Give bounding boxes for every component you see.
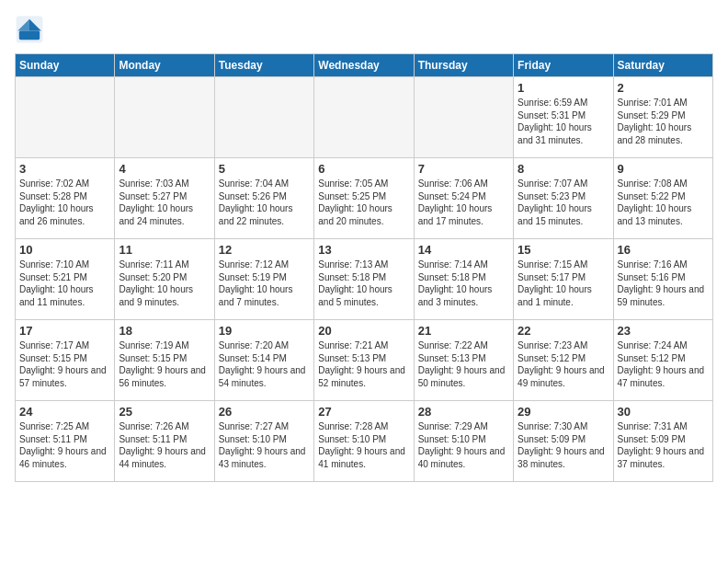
cell-info: Sunrise: 7:21 AMSunset: 5:13 PMDaylight:…: [318, 339, 409, 389]
calendar-week-3: 17Sunrise: 7:17 AMSunset: 5:15 PMDayligh…: [16, 320, 713, 401]
calendar-table: SundayMondayTuesdayWednesdayThursdayFrid…: [15, 53, 713, 482]
day-number: 8: [518, 162, 609, 176]
column-header-friday: Friday: [514, 54, 613, 77]
calendar-cell: 30Sunrise: 7:31 AMSunset: 5:09 PMDayligh…: [613, 401, 712, 482]
cell-info: Sunrise: 7:16 AMSunset: 5:16 PMDaylight:…: [618, 259, 709, 308]
cell-info: Sunrise: 7:29 AMSunset: 5:10 PMDaylight:…: [418, 420, 509, 470]
calendar-cell: 28Sunrise: 7:29 AMSunset: 5:10 PMDayligh…: [414, 401, 513, 482]
cell-info: Sunrise: 7:13 AMSunset: 5:18 PMDaylight:…: [318, 259, 409, 308]
calendar-cell: 27Sunrise: 7:28 AMSunset: 5:10 PMDayligh…: [314, 401, 414, 482]
day-number: 28: [418, 405, 509, 419]
calendar-week-0: 1Sunrise: 6:59 AMSunset: 5:31 PMDaylight…: [16, 77, 713, 158]
cell-info: Sunrise: 6:59 AMSunset: 5:31 PMDaylight:…: [518, 97, 609, 146]
calendar-cell: 26Sunrise: 7:27 AMSunset: 5:10 PMDayligh…: [214, 401, 313, 482]
day-number: 13: [318, 243, 409, 257]
column-header-monday: Monday: [115, 54, 214, 77]
calendar-cell: 20Sunrise: 7:21 AMSunset: 5:13 PMDayligh…: [314, 320, 414, 401]
calendar-cell: 3Sunrise: 7:02 AMSunset: 5:28 PMDaylight…: [16, 158, 115, 239]
calendar-cell: 18Sunrise: 7:19 AMSunset: 5:15 PMDayligh…: [115, 320, 214, 401]
calendar-cell: [16, 77, 115, 158]
cell-info: Sunrise: 7:20 AMSunset: 5:14 PMDaylight:…: [219, 339, 310, 389]
calendar-cell: [214, 77, 313, 158]
calendar-cell: 4Sunrise: 7:03 AMSunset: 5:27 PMDaylight…: [115, 158, 214, 239]
calendar-cell: 17Sunrise: 7:17 AMSunset: 5:15 PMDayligh…: [16, 320, 115, 401]
day-number: 17: [19, 324, 110, 338]
calendar-cell: 22Sunrise: 7:23 AMSunset: 5:12 PMDayligh…: [514, 320, 613, 401]
day-number: 21: [418, 324, 509, 338]
calendar-cell: 16Sunrise: 7:16 AMSunset: 5:16 PMDayligh…: [613, 239, 712, 320]
calendar-cell: 21Sunrise: 7:22 AMSunset: 5:13 PMDayligh…: [414, 320, 513, 401]
calendar-week-2: 10Sunrise: 7:10 AMSunset: 5:21 PMDayligh…: [16, 239, 713, 320]
day-number: 25: [119, 405, 210, 419]
calendar-cell: 10Sunrise: 7:10 AMSunset: 5:21 PMDayligh…: [16, 239, 115, 320]
day-number: 16: [618, 243, 709, 257]
column-header-sunday: Sunday: [16, 54, 115, 77]
column-header-wednesday: Wednesday: [314, 54, 414, 77]
day-number: 23: [618, 324, 709, 338]
cell-info: Sunrise: 7:03 AMSunset: 5:27 PMDaylight:…: [119, 178, 210, 227]
day-number: 22: [518, 324, 609, 338]
calendar-cell: 6Sunrise: 7:05 AMSunset: 5:25 PMDaylight…: [314, 158, 414, 239]
calendar-cell: 15Sunrise: 7:15 AMSunset: 5:17 PMDayligh…: [514, 239, 613, 320]
calendar-cell: 24Sunrise: 7:25 AMSunset: 5:11 PMDayligh…: [16, 401, 115, 482]
logo-icon: [15, 15, 44, 44]
cell-info: Sunrise: 7:30 AMSunset: 5:09 PMDaylight:…: [518, 420, 609, 470]
cell-info: Sunrise: 7:27 AMSunset: 5:10 PMDaylight:…: [219, 420, 310, 470]
cell-info: Sunrise: 7:14 AMSunset: 5:18 PMDaylight:…: [418, 259, 509, 308]
logo: [15, 15, 48, 44]
cell-info: Sunrise: 7:05 AMSunset: 5:25 PMDaylight:…: [318, 178, 409, 227]
cell-info: Sunrise: 7:19 AMSunset: 5:15 PMDaylight:…: [119, 339, 210, 389]
calendar-cell: 13Sunrise: 7:13 AMSunset: 5:18 PMDayligh…: [314, 239, 414, 320]
day-number: 27: [318, 405, 409, 419]
day-number: 11: [119, 243, 210, 257]
cell-info: Sunrise: 7:23 AMSunset: 5:12 PMDaylight:…: [518, 339, 609, 389]
cell-info: Sunrise: 7:10 AMSunset: 5:21 PMDaylight:…: [19, 259, 110, 308]
day-number: 20: [318, 324, 409, 338]
calendar-week-1: 3Sunrise: 7:02 AMSunset: 5:28 PMDaylight…: [16, 158, 713, 239]
day-number: 30: [618, 405, 709, 419]
calendar-header-row: SundayMondayTuesdayWednesdayThursdayFrid…: [16, 54, 713, 77]
cell-info: Sunrise: 7:24 AMSunset: 5:12 PMDaylight:…: [618, 339, 709, 389]
cell-info: Sunrise: 7:22 AMSunset: 5:13 PMDaylight:…: [418, 339, 509, 389]
day-number: 19: [219, 324, 310, 338]
day-number: 7: [418, 162, 509, 176]
cell-info: Sunrise: 7:31 AMSunset: 5:09 PMDaylight:…: [618, 420, 709, 470]
day-number: 12: [219, 243, 310, 257]
cell-info: Sunrise: 7:28 AMSunset: 5:10 PMDaylight:…: [318, 420, 409, 470]
calendar-cell: 12Sunrise: 7:12 AMSunset: 5:19 PMDayligh…: [214, 239, 313, 320]
column-header-thursday: Thursday: [414, 54, 513, 77]
page-header: [15, 15, 713, 44]
calendar-cell: 29Sunrise: 7:30 AMSunset: 5:09 PMDayligh…: [514, 401, 613, 482]
calendar-cell: 19Sunrise: 7:20 AMSunset: 5:14 PMDayligh…: [214, 320, 313, 401]
day-number: 1: [518, 81, 609, 95]
calendar-cell: 8Sunrise: 7:07 AMSunset: 5:23 PMDaylight…: [514, 158, 613, 239]
calendar-cell: 11Sunrise: 7:11 AMSunset: 5:20 PMDayligh…: [115, 239, 214, 320]
calendar-cell: 2Sunrise: 7:01 AMSunset: 5:29 PMDaylight…: [613, 77, 712, 158]
day-number: 29: [518, 405, 609, 419]
day-number: 4: [119, 162, 210, 176]
svg-rect-3: [19, 31, 40, 40]
calendar-cell: 25Sunrise: 7:26 AMSunset: 5:11 PMDayligh…: [115, 401, 214, 482]
column-header-tuesday: Tuesday: [214, 54, 313, 77]
calendar-cell: 7Sunrise: 7:06 AMSunset: 5:24 PMDaylight…: [414, 158, 513, 239]
calendar-cell: 9Sunrise: 7:08 AMSunset: 5:22 PMDaylight…: [613, 158, 712, 239]
day-number: 15: [518, 243, 609, 257]
cell-info: Sunrise: 7:07 AMSunset: 5:23 PMDaylight:…: [518, 178, 609, 227]
cell-info: Sunrise: 7:04 AMSunset: 5:26 PMDaylight:…: [219, 178, 310, 227]
cell-info: Sunrise: 7:26 AMSunset: 5:11 PMDaylight:…: [119, 420, 210, 470]
day-number: 3: [19, 162, 110, 176]
day-number: 2: [618, 81, 709, 95]
cell-info: Sunrise: 7:12 AMSunset: 5:19 PMDaylight:…: [219, 259, 310, 308]
calendar-cell: [115, 77, 214, 158]
cell-info: Sunrise: 7:17 AMSunset: 5:15 PMDaylight:…: [19, 339, 110, 389]
day-number: 14: [418, 243, 509, 257]
calendar-cell: 14Sunrise: 7:14 AMSunset: 5:18 PMDayligh…: [414, 239, 513, 320]
calendar-cell: 23Sunrise: 7:24 AMSunset: 5:12 PMDayligh…: [613, 320, 712, 401]
cell-info: Sunrise: 7:25 AMSunset: 5:11 PMDaylight:…: [19, 420, 110, 470]
calendar-week-4: 24Sunrise: 7:25 AMSunset: 5:11 PMDayligh…: [16, 401, 713, 482]
day-number: 5: [219, 162, 310, 176]
day-number: 18: [119, 324, 210, 338]
day-number: 10: [19, 243, 110, 257]
calendar-cell: 5Sunrise: 7:04 AMSunset: 5:26 PMDaylight…: [214, 158, 313, 239]
cell-info: Sunrise: 7:01 AMSunset: 5:29 PMDaylight:…: [618, 97, 709, 146]
